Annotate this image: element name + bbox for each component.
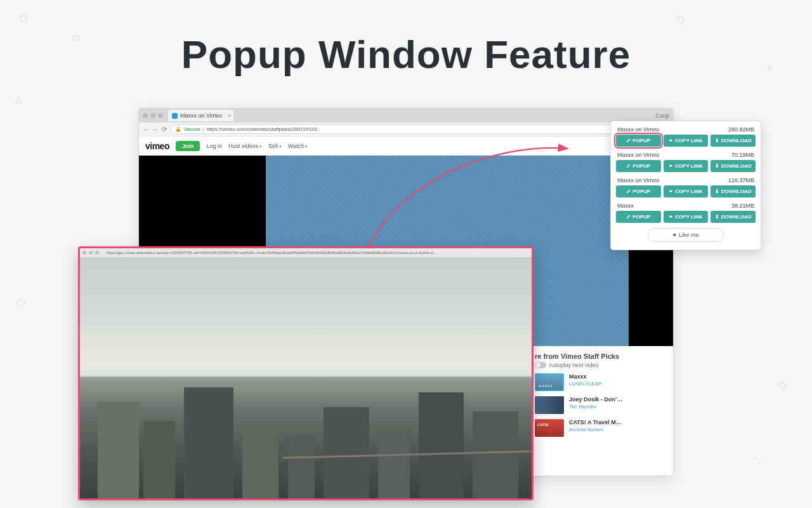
autoplay-row[interactable]: Autoplay next video xyxy=(535,362,664,368)
open-external-icon: ⤢ xyxy=(626,214,631,220)
address-bar: ← → ⟳ 🔒 Secure | https://vimeo.com/chann… xyxy=(139,123,673,137)
autoplay-toggle[interactable] xyxy=(535,362,546,368)
download-icon: ⬇ xyxy=(715,189,719,194)
rec-title: Maxxx xyxy=(569,373,601,380)
url-text: https://vimeo.com/channels/staffpicks/28… xyxy=(206,126,317,132)
tabbar: Maxxx on Vimeo × Corgi xyxy=(139,109,673,123)
download-icon: ⬇ xyxy=(715,163,719,169)
autoplay-label: Autoplay next video xyxy=(549,362,599,368)
url-field[interactable]: 🔒 Secure | https://vimeo.com/channels/st… xyxy=(171,124,648,134)
lock-icon: 🔒 xyxy=(175,126,181,132)
dl-size: 116.37MB xyxy=(728,177,754,184)
svg-rect-3 xyxy=(16,298,25,307)
recommendation-item[interactable]: Maxxx LONELYLEAP xyxy=(535,373,664,391)
dl-size: 280.82MB xyxy=(728,126,754,133)
vimeo-logo[interactable]: vimeo xyxy=(145,141,169,151)
popup-url: https://gcs-vimeo.akamaized.net/exp=1532… xyxy=(107,251,437,255)
dl-title: Maxxx xyxy=(617,203,634,209)
recommendations-section: re from Vimeo Staff Picks Autoplay next … xyxy=(526,346,673,448)
favicon-icon xyxy=(172,113,178,119)
back-icon[interactable]: ← xyxy=(143,126,149,133)
svg-point-0 xyxy=(20,15,27,22)
dl-title: Maxxx on Vimeo xyxy=(617,126,659,133)
host-videos-link[interactable]: Host videos xyxy=(228,143,262,149)
svg-point-2 xyxy=(678,17,684,23)
rec-author: Andrew Norton xyxy=(569,427,622,432)
join-button[interactable]: Join xyxy=(176,141,200,151)
copy-link-button[interactable]: ⚭COPY LINK xyxy=(664,185,709,197)
download-button[interactable]: ⬇DOWNLOAD xyxy=(710,211,756,223)
recommendation-item[interactable]: CATS! A Travel M… Andrew Norton xyxy=(535,419,664,437)
popup-button[interactable]: ⤢POPUP xyxy=(616,211,661,223)
dl-title: Maxxx on Vimeo xyxy=(617,177,659,184)
popup-button[interactable]: ⤢POPUP xyxy=(616,160,661,172)
link-icon: ⚭ xyxy=(669,189,673,194)
mac-window-controls[interactable] xyxy=(82,251,99,255)
download-button[interactable]: ⬇DOWNLOAD xyxy=(710,160,756,172)
svg-point-4 xyxy=(779,382,785,389)
download-icon: ⬇ xyxy=(715,214,719,220)
rec-title: Joey Dosik - Don'… xyxy=(569,396,622,403)
copy-link-button[interactable]: ⚭COPY LINK xyxy=(664,160,709,172)
popup-button[interactable]: ⤢POPUP xyxy=(616,135,661,147)
reload-icon[interactable]: ⟳ xyxy=(162,126,167,133)
popup-video-content[interactable] xyxy=(80,257,532,498)
more-from-label: re from Vimeo Staff Picks xyxy=(535,352,664,360)
nav-arrows[interactable]: ← → xyxy=(143,126,158,133)
download-item: Maxxx38.21MB ⤢POPUP ⚭COPY LINK ⬇DOWNLOAD xyxy=(616,203,756,223)
page-title: Popup Window Feature xyxy=(0,32,812,77)
download-button[interactable]: ⬇DOWNLOAD xyxy=(710,135,756,147)
download-button[interactable]: ⬇DOWNLOAD xyxy=(710,185,756,197)
rec-author: Tim Hendrix xyxy=(569,404,622,410)
popup-titlebar: https://gcs-vimeo.akamaized.net/exp=1532… xyxy=(80,248,532,257)
download-item: Maxxx on Vimeo 280.82MB ⤢POPUP ⚭COPY LIN… xyxy=(616,126,756,147)
copy-link-button[interactable]: ⚭COPY LINK xyxy=(664,211,709,223)
rec-thumb xyxy=(535,396,564,414)
rec-thumb xyxy=(535,373,564,391)
dl-title: Maxxx on Vimeo xyxy=(617,152,659,158)
mac-window-controls[interactable] xyxy=(143,113,163,118)
sell-link[interactable]: Sell xyxy=(268,143,282,149)
login-link[interactable]: Log in xyxy=(206,143,222,149)
copy-link-button[interactable]: ⚭COPY LINK xyxy=(664,135,709,147)
open-external-icon: ⤢ xyxy=(626,138,631,144)
vimeo-navbar: vimeo Join Log in Host videos Sell Watch xyxy=(139,137,673,156)
link-icon: ⚭ xyxy=(669,163,673,169)
dl-size: 70.19MB xyxy=(731,152,754,158)
rec-title: CATS! A Travel M… xyxy=(569,419,622,425)
extension-popup: Maxxx on Vimeo 280.82MB ⤢POPUP ⚭COPY LIN… xyxy=(610,121,761,250)
watch-link[interactable]: Watch xyxy=(288,143,308,149)
download-item: Maxxx on Vimeo70.19MB ⤢POPUP ⚭COPY LINK … xyxy=(616,152,756,172)
browser-tab[interactable]: Maxxx on Vimeo × xyxy=(168,110,233,121)
heart-icon: ♥ xyxy=(673,232,676,238)
recommendation-item[interactable]: Joey Dosik - Don'… Tim Hendrix xyxy=(535,396,664,414)
dl-size: 38.21MB xyxy=(731,203,754,209)
profile-label[interactable]: Corgi xyxy=(655,112,669,119)
popup-button[interactable]: ⤢POPUP xyxy=(616,185,661,197)
secure-label: Secure xyxy=(184,126,200,132)
download-item: Maxxx on Vimeo116.37MB ⤢POPUP ⚭COPY LINK… xyxy=(616,177,756,197)
rec-thumb xyxy=(535,419,564,437)
close-tab-icon[interactable]: × xyxy=(228,112,231,119)
like-button[interactable]: ♥ Like me xyxy=(648,228,724,242)
link-icon: ⚭ xyxy=(669,214,673,220)
rec-author: LONELYLEAP xyxy=(569,381,601,387)
forward-icon[interactable]: → xyxy=(152,126,158,133)
download-icon: ⬇ xyxy=(715,138,719,144)
link-icon: ⚭ xyxy=(669,138,673,144)
open-external-icon: ⤢ xyxy=(626,163,631,169)
tab-title: Maxxx on Vimeo xyxy=(180,112,222,119)
open-external-icon: ⤢ xyxy=(626,189,631,194)
popup-video-window: https://gcs-vimeo.akamaized.net/exp=1532… xyxy=(78,246,534,500)
